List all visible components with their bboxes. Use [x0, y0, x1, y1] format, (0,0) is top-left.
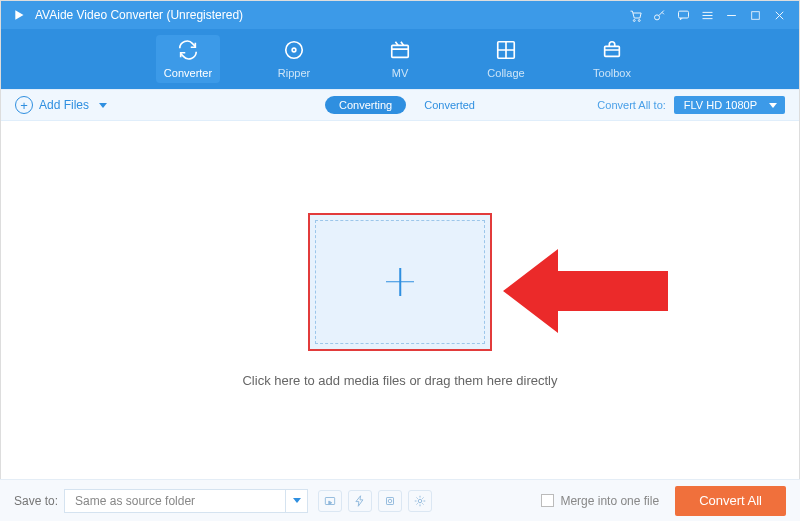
annotation-arrow-icon: [503, 241, 673, 341]
nav-label: MV: [392, 67, 409, 79]
bottom-tool-icons: [318, 490, 432, 512]
dropzone-hint: Click here to add media files or drag th…: [242, 373, 557, 388]
settings-icon[interactable]: [408, 490, 432, 512]
add-files-label: Add Files: [39, 98, 89, 112]
nav-converter[interactable]: Converter: [156, 35, 220, 83]
chevron-down-icon[interactable]: [285, 490, 307, 512]
plus-circle-icon: +: [15, 96, 33, 114]
feedback-icon[interactable]: [671, 3, 695, 27]
nav-label: Toolbox: [593, 67, 631, 79]
sub-toolbar: + Add Files Converting Converted Convert…: [1, 89, 799, 121]
minimize-icon[interactable]: [719, 3, 743, 27]
svg-rect-4: [751, 11, 759, 19]
nav-label: Converter: [164, 67, 212, 79]
svg-rect-9: [605, 46, 620, 56]
save-to-label: Save to:: [14, 494, 58, 508]
tab-converting[interactable]: Converting: [325, 96, 406, 114]
merge-checkbox[interactable]: Merge into one file: [541, 494, 659, 508]
svg-rect-7: [392, 45, 409, 57]
nav-toolbox[interactable]: Toolbox: [580, 35, 644, 83]
menu-icon[interactable]: [695, 3, 719, 27]
svg-point-5: [286, 42, 303, 59]
checkbox-icon: [541, 494, 554, 507]
nav-ripper[interactable]: Ripper: [262, 35, 326, 83]
add-media-dropzone[interactable]: [308, 213, 492, 351]
svg-point-14: [418, 499, 422, 503]
app-logo-icon: [13, 8, 27, 22]
svg-point-13: [388, 499, 392, 503]
convert-all-button[interactable]: Convert All: [675, 486, 786, 516]
svg-point-6: [292, 48, 296, 52]
output-format-select[interactable]: FLV HD 1080P: [674, 96, 785, 114]
close-icon[interactable]: [767, 3, 791, 27]
output-format-value: FLV HD 1080P: [684, 99, 757, 111]
svg-point-0: [633, 19, 635, 21]
merge-label: Merge into one file: [560, 494, 659, 508]
main-nav: Converter Ripper MV Collage Toolbox: [1, 29, 799, 89]
open-folder-icon[interactable]: [318, 490, 342, 512]
convert-all-label: Convert All: [699, 493, 762, 508]
tab-converted[interactable]: Converted: [424, 99, 475, 111]
convert-all-to-label: Convert All to:: [597, 99, 665, 111]
lightning-icon[interactable]: [348, 490, 372, 512]
svg-point-1: [638, 19, 640, 21]
svg-point-2: [654, 14, 659, 19]
add-files-button[interactable]: + Add Files: [15, 96, 107, 114]
work-area: Click here to add media files or drag th…: [1, 121, 799, 479]
title-bar: AVAide Video Converter (Unregistered): [1, 1, 799, 29]
nav-label: Ripper: [278, 67, 310, 79]
chevron-down-icon: [99, 103, 107, 108]
save-to-value: Same as source folder: [65, 494, 285, 508]
nav-collage[interactable]: Collage: [474, 35, 538, 83]
nav-mv[interactable]: MV: [368, 35, 432, 83]
nav-label: Collage: [487, 67, 524, 79]
gpu-icon[interactable]: [378, 490, 402, 512]
bottom-bar: Save to: Same as source folder Merge int…: [0, 479, 800, 521]
key-icon[interactable]: [647, 3, 671, 27]
svg-rect-12: [387, 497, 394, 504]
window-title: AVAide Video Converter (Unregistered): [35, 8, 243, 22]
svg-marker-10: [503, 249, 668, 333]
maximize-icon[interactable]: [743, 3, 767, 27]
save-to-select[interactable]: Same as source folder: [64, 489, 308, 513]
plus-icon: [386, 268, 414, 296]
cart-icon[interactable]: [623, 3, 647, 27]
